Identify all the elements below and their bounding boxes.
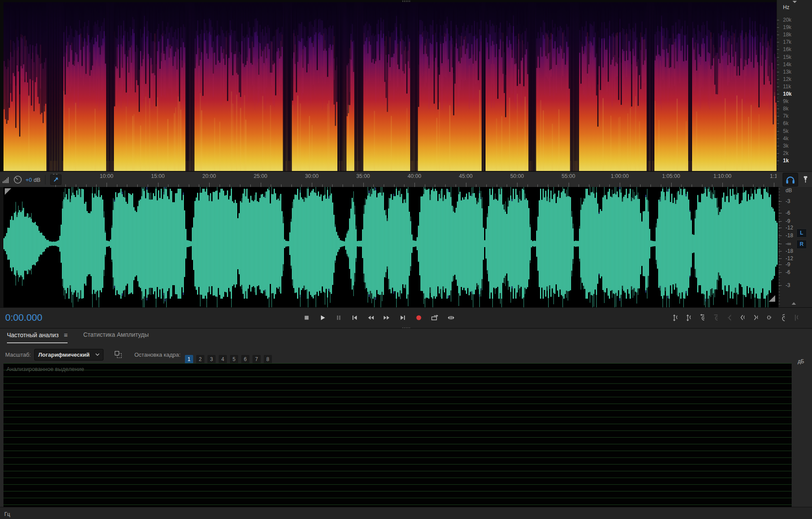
skip-selection-button[interactable] xyxy=(444,312,457,324)
time-tick-label: 55:00 xyxy=(562,173,575,179)
time-tick-label: 35:00 xyxy=(356,173,370,179)
zoom-out-time-button[interactable] xyxy=(711,312,720,324)
zoom-out-amplitude-button[interactable] xyxy=(684,312,693,324)
hold-button-1[interactable]: 1 xyxy=(185,355,193,364)
frequency-tick-label: 2k xyxy=(783,150,789,156)
record-button[interactable] xyxy=(412,312,425,324)
collapse-arrow-icon[interactable] xyxy=(793,1,797,3)
panel-tabs: Частотный анализ ≡ Статистика Амплитуды xyxy=(0,331,149,344)
hold-button-7[interactable]: 7 xyxy=(252,355,261,364)
hold-button-6[interactable]: 6 xyxy=(241,355,249,364)
copy-graph-icon[interactable] xyxy=(115,351,122,358)
hz-unit-label: Гц xyxy=(4,511,10,517)
monitor-clock-icon[interactable] xyxy=(13,175,23,184)
frequency-tick-label: 7k xyxy=(783,113,789,119)
spectrogram-display[interactable] xyxy=(3,2,776,171)
channel-right-badge[interactable]: R xyxy=(796,240,807,249)
time-tick-label: 45:00 xyxy=(459,173,472,179)
frequency-tick-label: 8k xyxy=(783,106,789,112)
gain-readout[interactable]: +0 dB xyxy=(26,177,40,183)
skip-to-end-button[interactable] xyxy=(396,312,409,324)
time-tick-label: 10:00 xyxy=(100,173,113,179)
zoom-full-button[interactable] xyxy=(791,312,801,324)
zoom-to-selection-button[interactable] xyxy=(764,312,774,324)
frequency-tick-label: 6k xyxy=(783,120,789,126)
db-tick-label: -9 xyxy=(786,261,790,268)
transport-bar: 0:00.000 xyxy=(0,307,812,329)
time-tick-label: 25:00 xyxy=(254,173,267,179)
tab-label: Статистика Амплитуды xyxy=(83,331,149,338)
transport-buttons xyxy=(300,312,457,324)
scale-select[interactable]: Логарифмический xyxy=(34,349,104,361)
spectrogram-panel: Hz 20k19k18k17k16k15k14k13k12k11k10k9k8k… xyxy=(0,0,812,171)
zoom-in-amplitude-button[interactable] xyxy=(670,312,680,324)
ruler-left-controls: +0 dB xyxy=(0,172,61,187)
skip-to-start-button[interactable] xyxy=(348,312,361,324)
chevron-down-icon xyxy=(95,353,100,356)
loop-playback-button[interactable] xyxy=(428,312,441,324)
hold-button-8[interactable]: 8 xyxy=(264,355,272,364)
audition-editor: Hz 20k19k18k17k16k15k14k13k12k11k10k9k8k… xyxy=(0,0,812,519)
frequency-tick-label: 10k xyxy=(783,91,792,97)
analyzed-selection-label: Анализированное выделение xyxy=(6,366,84,372)
plot-frequency-axis[interactable]: Гц xyxy=(0,507,812,519)
levels-meter-icon[interactable] xyxy=(3,177,10,183)
rewind-button[interactable] xyxy=(364,312,377,324)
channel-left-badge[interactable]: L xyxy=(796,229,807,238)
scale-arrow-icon[interactable] xyxy=(792,302,796,305)
panel-menu-icon[interactable]: ≡ xyxy=(64,331,68,338)
db-tick-label: -3 xyxy=(786,282,790,288)
frequency-tick-label: 4k xyxy=(783,135,789,142)
zoom-in-time-button[interactable] xyxy=(697,312,707,324)
stop-button[interactable] xyxy=(300,312,313,324)
frequency-unit-label: Hz xyxy=(783,4,789,10)
db-tick-label: -12 xyxy=(786,225,793,231)
play-button[interactable] xyxy=(316,312,329,324)
time-tick-label: 1:05:00 xyxy=(662,173,680,179)
hold-button-3[interactable]: 3 xyxy=(207,355,216,364)
hold-button-5[interactable]: 5 xyxy=(230,355,238,364)
time-tick-label: 50:00 xyxy=(510,173,524,179)
frequency-plot[interactable] xyxy=(3,363,792,507)
selection-corner-icon[interactable] xyxy=(769,295,775,302)
frequency-tick-label: 3k xyxy=(783,143,789,149)
tab-frequency-analysis[interactable]: Частотный анализ ≡ xyxy=(7,331,68,343)
db-tick-label: -3 xyxy=(786,198,790,204)
frequency-tick-label: 16k xyxy=(783,46,791,52)
zoom-to-out-point-button[interactable] xyxy=(751,312,760,324)
db-tick-label: -12 xyxy=(786,255,793,261)
selection-corner-icon[interactable] xyxy=(5,188,11,195)
hold-button-2[interactable]: 2 xyxy=(196,355,204,364)
zoom-to-in-point-button[interactable] xyxy=(738,312,747,324)
waveform-display[interactable] xyxy=(3,187,778,307)
db-tick-label: -9 xyxy=(786,218,790,224)
spectrogram-image[interactable] xyxy=(3,2,776,171)
frequency-tick-label: 5k xyxy=(783,128,789,134)
scale-selected-value: Логарифмический xyxy=(38,351,90,358)
snap-button[interactable] xyxy=(50,174,61,185)
time-tick-label: 40:00 xyxy=(408,173,421,179)
amplitude-ruler[interactable]: L R dB-3-6-9-12-18-∞-18-12-9-6-3 xyxy=(778,187,812,307)
plot-db-scale[interactable]: дБ xyxy=(792,360,812,512)
timeline-ruler[interactable]: 0010:0015:0020:0025:0030:0035:0040:0045:… xyxy=(0,172,776,187)
pin-marker-icon[interactable] xyxy=(802,176,809,184)
frequency-tick-label: 11k xyxy=(783,84,791,90)
left-edge-strip xyxy=(0,187,3,307)
db-unit-label: дБ xyxy=(798,358,804,364)
frequency-tick-label: 1k xyxy=(783,158,789,164)
frequency-tick-label: 13k xyxy=(783,69,791,75)
zoom-reset-button[interactable] xyxy=(724,312,734,324)
frequency-tick-label: 19k xyxy=(783,24,791,30)
fast-forward-button[interactable] xyxy=(380,312,393,324)
pause-button[interactable] xyxy=(332,312,345,324)
frequency-ruler[interactable]: Hz 20k19k18k17k16k15k14k13k12k11k10k9k8k… xyxy=(776,0,812,171)
time-tick-label: 1:1 xyxy=(770,173,776,179)
frequency-tick-label: 9k xyxy=(783,98,789,104)
timed-record-button[interactable] xyxy=(778,312,787,324)
playhead-time[interactable]: 0:00.000 xyxy=(5,308,42,329)
db-tick-label: -18 xyxy=(786,248,793,254)
tab-label: Частотный анализ xyxy=(7,332,58,338)
tab-amplitude-statistics[interactable]: Статистика Амплитуды xyxy=(83,331,149,342)
hold-button-4[interactable]: 4 xyxy=(219,355,227,364)
monitor-headphones-button[interactable] xyxy=(783,173,798,187)
